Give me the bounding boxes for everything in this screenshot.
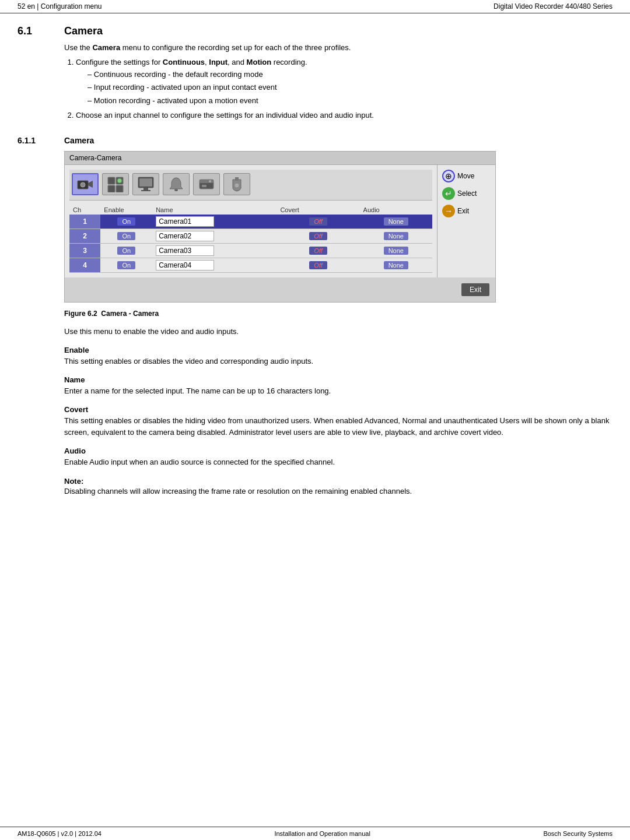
table-row[interactable]: 1OnOffNone (69, 215, 432, 229)
note-heading: Note: (64, 477, 612, 486)
svg-rect-3 (108, 177, 115, 184)
panel-exit-button[interactable]: Exit (461, 283, 489, 296)
table-row[interactable]: 3OnOffNone (69, 243, 432, 258)
name-cell[interactable] (152, 215, 276, 229)
footer-center: Installation and Operation manual (274, 830, 370, 837)
camera-table: Ch Enable Name Covert Audio 1OnOffNone2O… (69, 205, 432, 273)
audio-text: Enable Audio input when an audio source … (64, 456, 612, 468)
camera-panel: Camera-Camera (64, 151, 496, 303)
header-left-text: 52 en | Configuration menu (18, 2, 102, 10)
name-input[interactable] (156, 231, 214, 241)
audio-heading: Audio (64, 447, 612, 455)
col-ch: Ch (69, 205, 100, 215)
covert-text: This setting enables or disables the hid… (64, 415, 612, 438)
header-right-text: Digital Video Recorder 440/480 Series (494, 2, 612, 10)
footer-left: AM18-Q0605 | v2.0 | 2012.04 (18, 830, 102, 837)
icon-toolbar (69, 170, 432, 201)
exit-nav-icon: → (442, 205, 455, 217)
enable-cell[interactable]: On (100, 215, 152, 229)
covert-cell[interactable]: Off (276, 229, 359, 243)
section-6-1-1: 6.1.1 Camera Camera-Camera (18, 136, 612, 505)
page-header: 52 en | Configuration menu Digital Video… (0, 0, 630, 13)
audio-cell[interactable]: None (360, 243, 432, 258)
svg-rect-9 (139, 178, 152, 187)
svg-marker-2 (88, 181, 93, 188)
table-row[interactable]: 4OnOffNone (69, 258, 432, 272)
ch-cell: 3 (69, 243, 100, 258)
exit-nav-button[interactable]: → Exit (442, 205, 491, 217)
svg-rect-10 (144, 188, 148, 190)
audio-cell[interactable]: None (360, 215, 432, 229)
select-button[interactable]: ↵ Select (442, 187, 491, 200)
section-6-1: 6.1 Camera Use the Camera menu to config… (18, 25, 612, 124)
panel-left: Ch Enable Name Covert Audio 1OnOffNone2O… (65, 165, 437, 277)
toolbar-storage-icon[interactable] (193, 173, 220, 195)
svg-point-12 (174, 189, 178, 191)
note-section: Note: Disabling channels will allow incr… (64, 477, 612, 497)
svg-point-1 (80, 182, 85, 187)
ch-cell: 4 (69, 258, 100, 272)
col-covert: Covert (276, 205, 359, 215)
name-text: Enter a name for the selected input. The… (64, 385, 612, 397)
col-name: Name (152, 205, 276, 215)
toolbar-settings-icon[interactable] (223, 173, 250, 195)
svg-rect-16 (202, 185, 206, 187)
svg-point-18 (235, 183, 239, 188)
name-section: Name Enter a name for the selected input… (64, 375, 612, 397)
section-6-1-content: Camera Use the Camera menu to configure … (64, 25, 612, 124)
svg-point-15 (209, 180, 211, 182)
toolbar-channels-icon[interactable] (102, 173, 129, 195)
toolbar-camera-icon[interactable] (72, 173, 99, 195)
name-input[interactable] (156, 216, 214, 227)
select-icon: ↵ (442, 187, 455, 200)
covert-cell[interactable]: Off (276, 215, 359, 229)
note-text: Disabling channels will allow increasing… (64, 486, 612, 497)
audio-section: Audio Enable Audio input when an audio s… (64, 447, 612, 468)
enable-heading: Enable (64, 346, 612, 354)
section-6-1-1-title: Camera (64, 136, 612, 145)
section-6-1-number: 6.1 (18, 25, 64, 124)
name-input[interactable] (156, 260, 214, 270)
svg-point-7 (117, 178, 122, 183)
ch-cell: 1 (69, 215, 100, 229)
footer-right: Bosch Security Systems (543, 830, 612, 837)
section-6-1-1-content: Camera Camera-Camera (64, 136, 612, 505)
toolbar-alarm-icon[interactable] (163, 173, 190, 195)
svg-rect-5 (108, 185, 115, 192)
move-icon: ⊕ (442, 170, 455, 182)
toolbar-display-icon[interactable] (132, 173, 159, 195)
move-label: Move (457, 172, 474, 180)
svg-rect-14 (200, 180, 214, 183)
name-input[interactable] (156, 245, 214, 256)
covert-cell[interactable]: Off (276, 258, 359, 272)
section-6-1-1-number: 6.1.1 (18, 136, 64, 505)
use-text: Use this menu to enable the video and au… (64, 326, 612, 338)
enable-cell[interactable]: On (100, 229, 152, 243)
panel-title-bar: Camera-Camera (65, 152, 495, 165)
audio-cell[interactable]: None (360, 229, 432, 243)
panel-footer: Exit (65, 277, 495, 302)
section-6-1-body: Use the Camera menu to configure the rec… (64, 42, 612, 122)
covert-section: Covert This setting enables or disables … (64, 405, 612, 438)
table-row[interactable]: 2OnOffNone (69, 229, 432, 243)
panel-body: Ch Enable Name Covert Audio 1OnOffNone2O… (65, 165, 495, 277)
audio-cell[interactable]: None (360, 258, 432, 272)
svg-rect-17 (235, 177, 239, 181)
name-cell[interactable] (152, 258, 276, 272)
select-label: Select (457, 189, 477, 198)
name-cell[interactable] (152, 243, 276, 258)
move-button[interactable]: ⊕ Move (442, 170, 491, 182)
main-content: 6.1 Camera Use the Camera menu to config… (0, 13, 630, 540)
figure-text: Camera - Camera (101, 310, 159, 318)
covert-cell[interactable]: Off (276, 243, 359, 258)
section-6-1-title: Camera (64, 25, 612, 37)
svg-rect-11 (141, 190, 150, 191)
enable-cell[interactable]: On (100, 243, 152, 258)
name-cell[interactable] (152, 229, 276, 243)
ch-cell: 2 (69, 229, 100, 243)
figure-label: Figure 6.2 (64, 310, 97, 318)
svg-rect-6 (116, 185, 123, 192)
enable-cell[interactable]: On (100, 258, 152, 272)
figure-caption: Figure 6.2 Camera - Camera (64, 310, 612, 318)
enable-section: Enable This setting enables or disables … (64, 346, 612, 367)
